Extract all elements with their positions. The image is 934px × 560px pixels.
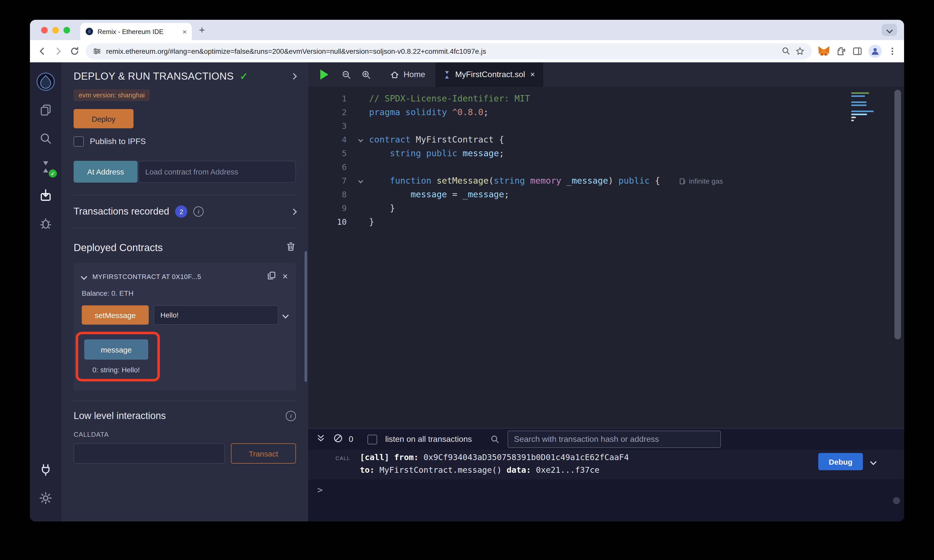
url-text[interactable]: remix.ethereum.org/#lang=en&optimize=fal… [106, 47, 777, 55]
plugin-manager-icon[interactable] [30, 455, 62, 484]
icon-rail: ✓ [30, 62, 62, 522]
red-annotation-box: message 0: string: Hello! [76, 332, 160, 382]
browser-menu-kebab-icon[interactable] [888, 46, 897, 55]
deploy-button[interactable]: Deploy [74, 109, 134, 128]
at-address-input[interactable]: Load contract from Address [139, 161, 296, 183]
editor-scrollbar[interactable] [894, 90, 901, 339]
address-bar[interactable]: remix.ethereum.org/#lang=en&optimize=fal… [86, 43, 812, 59]
pending-transactions-icon [333, 434, 343, 445]
extensions-puzzle-icon[interactable] [836, 46, 846, 56]
zoom-out-icon[interactable] [342, 70, 351, 79]
tab-myfirstcontract[interactable]: MyFirstContract.sol × [435, 62, 543, 87]
transactions-count-badge: 2 [176, 205, 188, 218]
trash-icon[interactable] [286, 242, 296, 254]
bookmark-star-icon[interactable] [795, 46, 805, 55]
contract-collapse-chevron-icon[interactable] [81, 273, 87, 280]
panel-expand-chevron-icon[interactable] [290, 73, 297, 79]
code-line: 6 [308, 160, 904, 174]
code-line: 5 string public message; [308, 146, 904, 160]
browser-toolbar: remix.ethereum.org/#lang=en&optimize=fal… [30, 40, 904, 62]
browser-tab-strip: Remix - Ethereum IDE × + [30, 20, 904, 40]
transact-button[interactable]: Transact [231, 443, 296, 464]
zoom-icon[interactable] [782, 47, 790, 55]
message-output: 0: string: Hello! [84, 366, 148, 374]
log-expand-chevron-icon[interactable] [870, 458, 876, 465]
debugger-icon[interactable] [30, 209, 62, 238]
profile-avatar[interactable] [869, 45, 882, 58]
code-line: 10} [308, 215, 904, 229]
editor-area: Home MyFirstContract.sol × 1// SPDX-Lice… [308, 62, 904, 522]
solidity-file-icon [443, 70, 450, 79]
listen-all-label: listen on all transactions [385, 435, 472, 444]
low-level-title: Low level interactions [74, 410, 286, 422]
terminal-scroll-handle[interactable] [893, 497, 900, 504]
browser-tab[interactable]: Remix - Ethereum IDE × [80, 23, 192, 40]
code-line: 4contract MyFirstContract { [308, 133, 904, 146]
setmessage-input[interactable]: Hello! [154, 305, 278, 325]
calldata-input[interactable] [74, 443, 225, 464]
code-line: 1// SPDX-License-Identifier: MIT [308, 92, 904, 106]
low-level-info-icon[interactable]: i [286, 411, 296, 421]
panel-scrollbar[interactable] [305, 251, 307, 382]
reload-icon[interactable] [69, 46, 80, 56]
at-address-button[interactable]: At Address [74, 161, 137, 183]
panel-title: DEPLOY & RUN TRANSACTIONS [74, 71, 234, 82]
editor-tab-bar: Home MyFirstContract.sol × [308, 62, 904, 87]
terminal: 0 listen on all transactions Search with… [308, 428, 904, 522]
terminal-prompt[interactable]: > [308, 479, 904, 495]
search-icon[interactable] [30, 124, 62, 153]
deploy-run-panel: DEPLOY & RUN TRANSACTIONS ✓ evm version:… [62, 62, 308, 522]
settings-gear-icon[interactable] [30, 484, 62, 512]
tab-close-icon[interactable]: × [530, 71, 535, 78]
setmessage-button[interactable]: setMessage [82, 305, 149, 325]
calldata-label: CALLDATA [74, 431, 296, 438]
remix-favicon-icon [85, 28, 93, 35]
traffic-lights [41, 27, 70, 33]
collapse-terminal-icon[interactable] [316, 434, 325, 445]
metamask-icon[interactable] [818, 45, 830, 57]
site-settings-icon[interactable] [93, 47, 101, 55]
transactions-info-icon[interactable]: i [194, 206, 204, 217]
browser-window: Remix - Ethereum IDE × + remix.ethereum.… [30, 20, 904, 522]
message-button[interactable]: message [84, 339, 148, 360]
listen-all-checkbox[interactable] [367, 434, 377, 444]
tab-home[interactable]: Home [384, 62, 431, 87]
tab-close-icon[interactable]: × [182, 28, 187, 35]
run-script-play-icon[interactable] [320, 69, 328, 80]
remix-logo-icon[interactable] [30, 68, 62, 96]
tab-search-button[interactable] [882, 24, 897, 36]
editor-minimap[interactable] [851, 91, 875, 123]
solidity-compiler-icon[interactable]: ✓ [30, 153, 62, 181]
call-badge: CALL [336, 451, 360, 476]
code-line: 8 message = _message; [308, 188, 904, 202]
transactions-expand-chevron-icon[interactable] [290, 208, 297, 215]
publish-ipfs-checkbox[interactable] [74, 137, 84, 146]
deployed-contracts-title: Deployed Contracts [74, 242, 286, 253]
success-check-icon: ✓ [240, 71, 248, 82]
file-explorer-icon[interactable] [30, 96, 62, 124]
window-zoom-button[interactable] [63, 27, 70, 33]
deploy-run-icon[interactable] [30, 181, 62, 209]
compile-success-check-icon: ✓ [49, 169, 57, 177]
setmessage-expand-chevron-icon[interactable] [282, 312, 288, 318]
new-tab-button[interactable]: + [199, 24, 205, 36]
code-line: 3 [308, 119, 904, 133]
transactions-recorded-label: Transactions recorded [74, 206, 169, 217]
terminal-log-row[interactable]: CALL [call] from: 0x9Cf934043aD350758391… [308, 450, 904, 479]
tab-title: Remix - Ethereum IDE [97, 28, 178, 35]
terminal-search-input[interactable]: Search with transaction hash or address [507, 431, 721, 448]
debug-button[interactable]: Debug [818, 453, 863, 470]
terminal-toolbar: 0 listen on all transactions Search with… [308, 429, 904, 450]
window-close-button[interactable] [41, 27, 48, 33]
window-minimize-button[interactable] [52, 27, 59, 33]
code-line: 2pragma solidity ^0.8.0; [308, 106, 904, 119]
side-panel-icon[interactable] [852, 46, 862, 56]
forward-icon[interactable] [53, 46, 63, 56]
contract-close-icon[interactable]: × [282, 272, 288, 281]
screenshot-stage: Remix - Ethereum IDE × + remix.ethereum.… [0, 0, 934, 560]
evm-version-badge: evm version: shanghai [74, 89, 150, 101]
back-icon[interactable] [37, 46, 47, 56]
zoom-in-icon[interactable] [361, 70, 371, 79]
copy-address-icon[interactable] [267, 271, 276, 282]
code-editor[interactable]: 1// SPDX-License-Identifier: MIT2pragma … [308, 87, 904, 428]
